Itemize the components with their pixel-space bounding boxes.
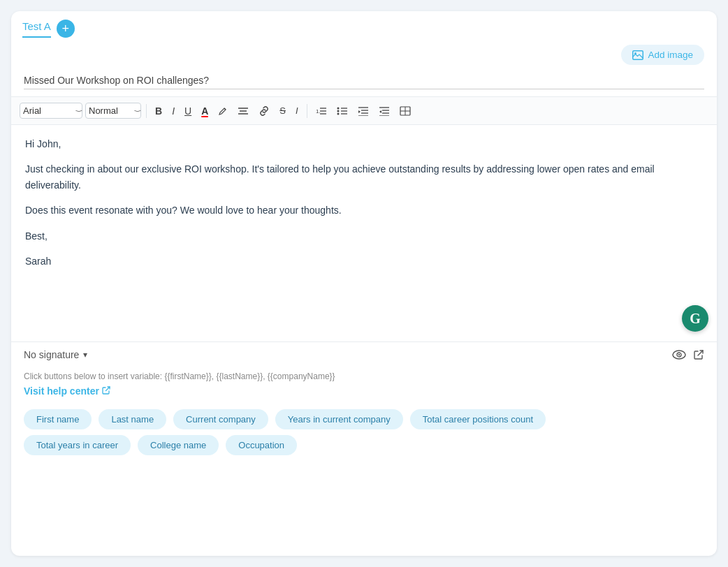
external-link-icon <box>693 349 704 360</box>
outdent-icon <box>379 106 390 116</box>
body-para2: Does this event resonate with you? We wo… <box>25 202 703 218</box>
email-editor-container: Test A + Add image Arial Times New Roman… <box>11 11 717 556</box>
ordered-list-icon: 1. <box>316 106 327 116</box>
table-button[interactable] <box>396 104 414 118</box>
eye-icon <box>672 350 686 360</box>
body-para1: Just checking in about our exclusive ROI… <box>25 161 703 193</box>
bold-button[interactable]: B <box>152 103 166 119</box>
chip-current-company[interactable]: Current company <box>173 409 268 429</box>
tab-bar: Test A + <box>11 11 717 38</box>
variable-chips-row-2: Total years in career College name Occup… <box>11 435 717 461</box>
ordered-list-button[interactable]: 1. <box>312 104 330 118</box>
visit-help-row: Visit help center <box>11 384 717 404</box>
svg-line-29 <box>698 351 703 355</box>
font-size-wrapper: Normal Heading 1 Heading 2 Heading 3 Hea… <box>85 103 141 119</box>
table-icon <box>400 106 411 116</box>
subject-row <box>11 69 717 96</box>
formatting-toolbar: Arial Times New Roman Helvetica Georgia … <box>11 96 717 125</box>
unordered-list-icon <box>337 106 348 116</box>
outdent-button[interactable] <box>375 104 393 118</box>
subject-input[interactable] <box>24 72 704 89</box>
highlight-icon <box>218 106 228 116</box>
chip-occupation[interactable]: Occupation <box>226 435 297 455</box>
underline-button[interactable]: U <box>181 103 195 119</box>
add-image-row: Add image <box>11 38 717 69</box>
toolbar-separator-1 <box>146 104 147 118</box>
link-icon <box>259 106 270 116</box>
font-family-wrapper: Arial Times New Roman Helvetica Georgia … <box>20 103 82 119</box>
align-icon <box>238 106 249 116</box>
svg-point-10 <box>337 110 339 112</box>
tab-test-a[interactable]: Test A <box>22 20 51 38</box>
svg-point-11 <box>337 112 339 115</box>
closing-line: Best, <box>25 228 703 244</box>
indent-icon <box>358 106 369 116</box>
chip-first-name[interactable]: First name <box>24 409 92 429</box>
signature-label: No signature <box>24 349 79 360</box>
variables-info: Click buttons below to insert variable: … <box>11 367 717 384</box>
highlight-button[interactable] <box>214 104 231 118</box>
unordered-list-button[interactable] <box>333 104 351 118</box>
strikethrough-button[interactable]: S <box>276 103 289 118</box>
chip-total-career-positions[interactable]: Total career positions count <box>410 409 546 429</box>
svg-point-28 <box>678 354 680 355</box>
external-link-button[interactable] <box>693 349 704 360</box>
svg-line-30 <box>105 387 110 391</box>
grammarly-badge[interactable]: G <box>682 305 708 332</box>
preview-signature-button[interactable] <box>672 350 686 360</box>
italic2-button[interactable]: I <box>292 103 302 118</box>
signature-selector[interactable]: No signature ▾ <box>24 349 87 360</box>
svg-text:1.: 1. <box>316 108 321 115</box>
align-button[interactable] <box>234 104 252 118</box>
greeting-line: Hi John, <box>25 136 703 152</box>
image-icon <box>632 50 643 60</box>
external-link-small-icon <box>102 386 110 397</box>
signature-row: No signature ▾ <box>11 341 717 367</box>
variable-chips-row-1: First name Last name Current company Yea… <box>11 404 717 435</box>
toolbar-separator-2 <box>307 104 307 118</box>
indent-button[interactable] <box>354 104 372 118</box>
font-family-select[interactable]: Arial Times New Roman Helvetica Georgia … <box>20 103 82 119</box>
chip-total-years-career[interactable]: Total years in career <box>24 435 131 455</box>
chip-last-name[interactable]: Last name <box>99 409 166 429</box>
visit-help-link[interactable]: Visit help center <box>24 385 704 397</box>
add-image-button[interactable]: Add image <box>621 45 704 65</box>
svg-point-9 <box>337 107 339 109</box>
font-size-select[interactable]: Normal Heading 1 Heading 2 Heading 3 Hea… <box>85 103 141 119</box>
chip-years-in-company[interactable]: Years in current company <box>275 409 403 429</box>
link-button[interactable] <box>255 104 273 118</box>
editor-body[interactable]: Hi John, Just checking in about our excl… <box>11 125 717 334</box>
italic-button[interactable]: I <box>168 103 178 119</box>
sender-name: Sarah <box>25 253 703 269</box>
chip-college-name[interactable]: College name <box>138 435 219 455</box>
font-color-button[interactable]: A <box>198 103 212 119</box>
signature-actions <box>672 349 704 360</box>
add-tab-button[interactable]: + <box>57 20 75 38</box>
signature-chevron-icon: ▾ <box>83 350 87 360</box>
